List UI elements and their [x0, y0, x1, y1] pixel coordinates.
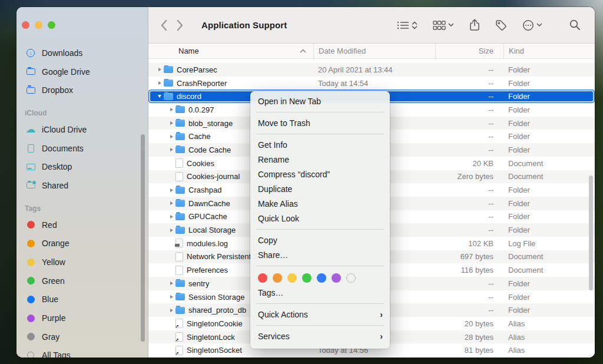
sidebar-item-yellow[interactable]: Yellow — [16, 253, 148, 272]
column-header-row: Name Date Modified Size Kind — [148, 44, 595, 59]
menu-item-copy[interactable]: Copy — [250, 233, 390, 248]
zoom-button[interactable] — [48, 21, 55, 29]
sidebar-item-gray[interactable]: Gray — [16, 327, 148, 346]
menu-item-share[interactable]: Share… — [250, 248, 390, 263]
minimize-button[interactable] — [35, 21, 42, 29]
finder-window: DownloadsGoogle DriveDropboxiCloud☁iClou… — [16, 7, 595, 358]
submenu-chevron-icon: › — [380, 307, 383, 322]
kind-cell: Folder — [503, 105, 595, 114]
shared-folder-icon — [25, 182, 37, 188]
menu-separator — [256, 266, 384, 266]
sidebar-item-shared[interactable]: Shared — [16, 176, 148, 195]
tag-color-dot[interactable] — [287, 273, 297, 283]
name-cell: CoreParsec — [148, 65, 313, 74]
toolbar: Application Support — [148, 7, 595, 44]
file-row[interactable]: CoreParsec20 April 2021 at 13:44--Folder — [148, 63, 595, 77]
view-list-button[interactable] — [397, 21, 418, 30]
chevron-right-icon[interactable] — [170, 309, 173, 312]
kind-cell: Alias — [503, 333, 595, 342]
menu-item-services[interactable]: Services› — [250, 329, 390, 344]
sidebar-item-icloud-drive[interactable]: ☁iCloud Drive — [16, 120, 148, 139]
folder-outline-icon — [25, 68, 37, 75]
column-header-size[interactable]: Size — [435, 44, 503, 58]
file-name: Cache — [188, 132, 211, 141]
sidebar-item-green[interactable]: Green — [16, 272, 148, 290]
kind-cell: Alias — [503, 319, 595, 328]
chevron-right-icon[interactable] — [170, 148, 173, 151]
file-name: DawnCache — [188, 199, 230, 208]
tag-color-dot[interactable] — [332, 273, 341, 283]
file-row[interactable] — [148, 59, 595, 63]
more-actions-button[interactable] — [522, 19, 542, 31]
sidebar-list: DownloadsGoogle DriveDropboxiCloud☁iClou… — [16, 44, 148, 358]
menu-item-quick-look[interactable]: Quick Look — [250, 211, 390, 226]
size-cell: -- — [435, 132, 503, 141]
menu-item-rename[interactable]: Rename — [250, 153, 390, 167]
menu-item-get-info[interactable]: Get Info — [250, 138, 390, 153]
group-view-button[interactable] — [433, 21, 454, 30]
menu-item-quick-actions[interactable]: Quick Actions› — [250, 307, 390, 322]
folder-icon — [164, 66, 173, 73]
menu-item-duplicate[interactable]: Duplicate — [250, 182, 390, 197]
tag-color-dot[interactable] — [258, 273, 267, 283]
log-icon — [175, 239, 183, 248]
tag-dot-glyph — [27, 259, 35, 266]
sort-chevrons-icon — [412, 21, 418, 30]
folder-outline-glyph — [26, 87, 35, 94]
share-button[interactable] — [469, 19, 480, 31]
sidebar-item-label: Blue — [42, 294, 58, 304]
folder-icon — [175, 133, 185, 140]
menu-item-tags[interactable]: Tags… — [250, 286, 390, 300]
sidebar-item-downloads[interactable]: Downloads — [16, 44, 148, 62]
back-button[interactable] — [160, 19, 168, 32]
chevron-right-icon[interactable] — [170, 295, 173, 299]
chevron-right-icon[interactable] — [170, 201, 173, 205]
chevron-right-icon[interactable] — [170, 121, 173, 125]
chevron-right-icon[interactable] — [158, 68, 161, 71]
sidebar-item-documents[interactable]: Documents — [16, 139, 148, 158]
chevron-right-icon[interactable] — [170, 188, 173, 192]
column-header-kind[interactable]: Kind — [503, 44, 595, 58]
chevron-right-icon[interactable] — [170, 108, 173, 111]
sidebar-item-google-drive[interactable]: Google Drive — [16, 62, 148, 81]
sidebar-item-blue[interactable]: Blue — [16, 290, 148, 309]
chevron-right-icon[interactable] — [170, 282, 173, 285]
kind-cell: Folder — [503, 145, 595, 154]
sidebar-item-purple[interactable]: Purple — [16, 309, 148, 327]
disclosure-box — [167, 215, 175, 219]
sidebar-item-desktop[interactable]: Desktop — [16, 157, 148, 176]
forward-button[interactable] — [176, 19, 184, 32]
file-row[interactable]: CrashReporterToday at 14:54--Folder — [148, 77, 595, 90]
menu-item-make-alias[interactable]: Make Alias — [250, 197, 390, 211]
size-cell: 116 bytes — [435, 266, 503, 274]
tag-color-dot[interactable] — [273, 273, 282, 283]
sidebar-scrollbar[interactable] — [141, 134, 145, 342]
chevron-right-icon[interactable] — [170, 135, 173, 138]
sidebar-item-dropbox[interactable]: Dropbox — [16, 81, 148, 100]
menu-item-move-to-trash[interactable]: Move to Trash — [250, 116, 390, 131]
share-icon — [469, 19, 480, 31]
sidebar-item-all-tags[interactable]: All Tags — [16, 346, 148, 358]
document-icon — [175, 158, 183, 168]
tag-color-dot[interactable] — [302, 273, 312, 283]
chevron-down-icon[interactable] — [158, 95, 161, 98]
column-header-name[interactable]: Name — [148, 44, 313, 58]
sidebar-item-red[interactable]: Red — [16, 216, 148, 234]
tag-button[interactable] — [495, 19, 507, 31]
file-name: sentry — [188, 279, 209, 288]
kind-cell: Document — [503, 266, 595, 274]
menu-item-open-in-new-tab[interactable]: Open in New Tab — [250, 94, 390, 109]
list-scrollbar[interactable] — [589, 176, 593, 290]
column-header-date-modified[interactable]: Date Modified — [313, 44, 435, 58]
size-cell: -- — [435, 306, 503, 315]
chevron-right-icon[interactable] — [170, 215, 173, 219]
tag-dot-icon — [25, 221, 37, 229]
chevron-right-icon[interactable] — [170, 229, 173, 232]
sidebar-item-orange[interactable]: Orange — [16, 234, 148, 253]
close-button[interactable] — [22, 21, 29, 29]
tag-color-dot[interactable] — [317, 273, 326, 283]
chevron-right-icon[interactable] — [158, 81, 161, 85]
menu-item-compress-discord[interactable]: Compress “discord” — [250, 167, 390, 182]
search-button[interactable] — [569, 19, 581, 31]
tag-color-none[interactable] — [346, 273, 356, 283]
